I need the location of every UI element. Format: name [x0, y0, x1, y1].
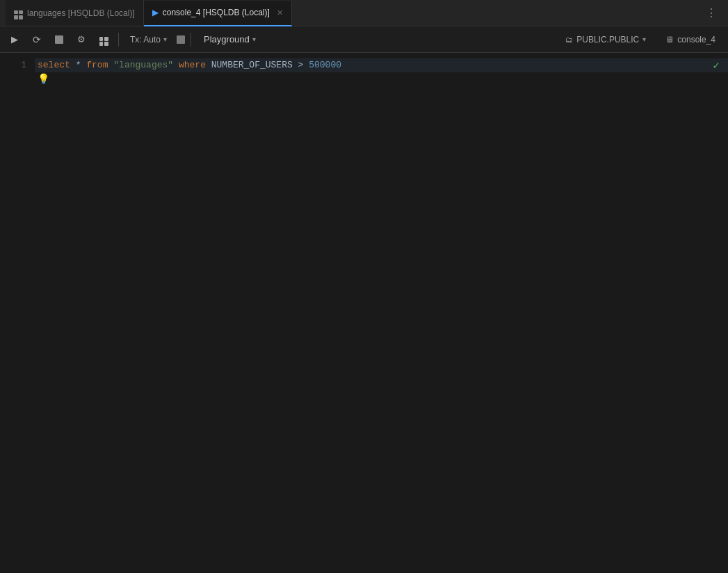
- run-button[interactable]: ▶: [6, 31, 24, 49]
- schema-chevron-icon: ▾: [642, 35, 646, 43]
- keyword-select: select: [38, 58, 70, 72]
- tab-bar-left: languages [HSQLDB (Local)] ▶ console_4 […: [6, 0, 292, 26]
- tab-bar: languages [HSQLDB (Local)] ▶ console_4 […: [0, 0, 728, 26]
- column-name: NUMBER_OF_USERS: [211, 58, 293, 72]
- space-4: [173, 58, 179, 72]
- tab-console4[interactable]: ▶ console_4 [HSQLDB (Local)] ✕: [144, 1, 292, 26]
- console-selector[interactable]: 🖥 console_4: [658, 33, 722, 47]
- stop-icon: [55, 35, 63, 44]
- toolbar-left: ▶ ⟳ ⚙: [6, 31, 263, 49]
- playground-label: Playground: [204, 34, 250, 45]
- tab-languages[interactable]: languages [HSQLDB (Local)]: [6, 0, 144, 26]
- tab-close-button[interactable]: ✕: [277, 8, 283, 17]
- grid-view-button[interactable]: [95, 31, 113, 49]
- toolbar: ▶ ⟳ ⚙: [0, 26, 728, 53]
- space-3: [108, 58, 113, 72]
- stop-button[interactable]: [50, 31, 68, 49]
- gt-operator: >: [298, 58, 304, 72]
- history-button[interactable]: ⟳: [28, 31, 46, 49]
- line-number-1: 1: [0, 58, 35, 72]
- space-2: [81, 58, 86, 72]
- tab-languages-label: languages [HSQLDB (Local)]: [27, 8, 135, 18]
- cancel-execution-button[interactable]: [177, 35, 185, 44]
- table-name: "languages": [113, 58, 173, 72]
- settings-button[interactable]: ⚙: [72, 31, 90, 49]
- console-selector-label: console_4: [677, 35, 715, 45]
- playground-dropdown[interactable]: Playground ▾: [197, 32, 263, 47]
- check-mark: ✓: [713, 58, 720, 72]
- console-icon: ▶: [152, 8, 159, 17]
- code-line-1: select * from "languages" where NUMBER_O…: [35, 58, 728, 72]
- keyword-from: from: [86, 58, 108, 72]
- schema-selector[interactable]: 🗂 PUBLIC.PUBLIC ▾: [558, 33, 653, 47]
- space-1: [70, 58, 76, 72]
- console-selector-icon: 🖥: [665, 35, 674, 45]
- more-options-icon[interactable]: ⋮: [700, 3, 722, 22]
- toolbar-divider-1: [118, 33, 119, 47]
- playground-chevron-icon: ▾: [252, 35, 256, 43]
- history-icon: ⟳: [33, 34, 41, 45]
- tab-bar-right: ⋮: [700, 3, 722, 22]
- tx-dropdown[interactable]: Tx: Auto ▾: [124, 33, 172, 47]
- grid-icon: [14, 6, 23, 19]
- play-icon: ▶: [11, 34, 18, 45]
- space-6: [293, 58, 298, 72]
- number-value: 500000: [309, 58, 341, 72]
- editor-content[interactable]: select * from "languages" where NUMBER_O…: [35, 53, 728, 573]
- schema-icon: 🗂: [565, 35, 573, 44]
- tx-chevron-icon: ▾: [163, 35, 167, 43]
- line-numbers: 1: [0, 53, 35, 573]
- star-operator: *: [76, 58, 81, 72]
- grid-view-icon: [99, 33, 108, 46]
- tab-console4-label: console_4 [HSQLDB (Local)]: [163, 8, 270, 17]
- tx-label: Tx: Auto: [130, 35, 161, 45]
- lightbulb-icon[interactable]: 💡: [38, 72, 49, 86]
- keyword-where: where: [179, 58, 206, 72]
- space-7: [303, 58, 309, 72]
- toolbar-divider-2: [191, 33, 191, 47]
- schema-label: PUBLIC.PUBLIC: [576, 35, 639, 45]
- editor-area: 1 select * from "languages" where NUMBER…: [0, 53, 728, 573]
- settings-icon: ⚙: [77, 34, 86, 45]
- toolbar-right: 🗂 PUBLIC.PUBLIC ▾ 🖥 console_4: [558, 33, 722, 47]
- space-5: [206, 58, 211, 72]
- lightbulb-hint-line: 💡: [35, 72, 728, 86]
